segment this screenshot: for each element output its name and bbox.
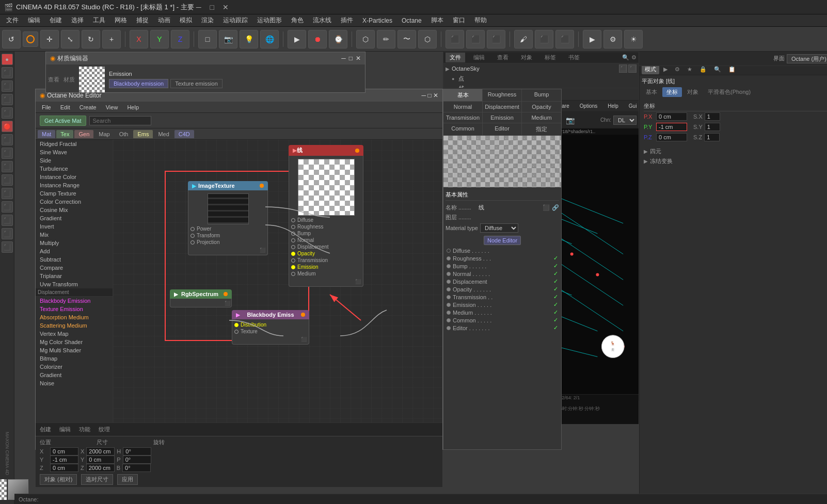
- list-item-bitmap[interactable]: Bitmap: [36, 354, 113, 363]
- left-icon-6[interactable]: 🔴: [2, 121, 13, 132]
- scene-tab-view[interactable]: 查看: [493, 53, 513, 62]
- blackbody-emission-node[interactable]: ▶ Blackbody Emiss Distribution: [232, 310, 309, 345]
- left-icon-9[interactable]: ⬛: [2, 161, 13, 172]
- obj-relative-btn[interactable]: 对象 (相对): [40, 474, 77, 485]
- ne-texture-btn[interactable]: 纹理: [97, 425, 112, 434]
- camera-btn[interactable]: 📷: [219, 30, 237, 48]
- mat-tab-opacity[interactable]: Opacity: [522, 102, 561, 112]
- mat-editor-close[interactable]: ✕: [356, 55, 361, 62]
- coord-py-input[interactable]: [656, 123, 687, 131]
- mat-tab-normal[interactable]: Normal: [443, 102, 483, 112]
- mat-tab-emission[interactable]: Emission: [483, 112, 522, 123]
- menu-help[interactable]: 帮助: [470, 15, 491, 26]
- menu-xparticles[interactable]: X-Particles: [358, 16, 396, 25]
- paint-btn[interactable]: 🖌: [514, 30, 533, 48]
- menu-window[interactable]: 窗口: [449, 15, 469, 26]
- x-axis-btn[interactable]: X: [130, 30, 148, 48]
- close-btn[interactable]: ✕: [221, 3, 230, 12]
- mat-editor-func[interactable]: 材质: [63, 76, 75, 84]
- viewport-btn[interactable]: ⬡: [356, 30, 375, 48]
- poly-btn[interactable]: ✏: [377, 30, 395, 48]
- props-tab-object[interactable]: 对象: [683, 87, 703, 97]
- scene-tab-bookmarks[interactable]: 书签: [564, 53, 584, 62]
- mat-thumb-1[interactable]: [0, 479, 7, 500]
- fit-size-btn[interactable]: 选对尺寸: [81, 474, 113, 485]
- select-btn[interactable]: ⬡: [418, 30, 437, 48]
- mat-type-select[interactable]: Diffuse Glossy Specular: [480, 223, 518, 233]
- fx-btn[interactable]: ⬛: [487, 30, 505, 48]
- tab-ems[interactable]: Ems: [133, 130, 153, 138]
- mat-tab-roughness[interactable]: Roughness: [483, 89, 522, 101]
- left-icon-5[interactable]: ⬛: [2, 107, 13, 119]
- size-x-input[interactable]: [86, 447, 115, 456]
- list-item-compare[interactable]: Compare: [36, 264, 113, 272]
- menu-motion-track[interactable]: 运动跟踪: [219, 15, 252, 26]
- list-item-turbulence[interactable]: Turbulence: [36, 165, 113, 173]
- mat-tab-displacement[interactable]: Displacement: [483, 102, 522, 112]
- list-item-cosine-mix[interactable]: Cosine Mix: [36, 206, 113, 214]
- list-item-uvw-transform[interactable]: Uvw Transform: [36, 280, 113, 288]
- list-item-noise[interactable]: Noise: [36, 379, 113, 387]
- props-tab-basic[interactable]: 基本: [642, 87, 661, 97]
- lv-menu-gui[interactable]: Gui: [625, 102, 641, 110]
- lv-menu-options[interactable]: Options: [576, 102, 601, 110]
- tab-mat[interactable]: Mat: [38, 130, 55, 138]
- lv-camera-icon[interactable]: 📷: [564, 115, 576, 126]
- prop-name-edit-btn[interactable]: ⬛: [543, 204, 550, 211]
- get-active-mat-btn[interactable]: Get Active Mat: [40, 116, 86, 126]
- move-btn[interactable]: ✛: [40, 30, 59, 48]
- ne-menu-edit[interactable]: Edit: [56, 103, 74, 111]
- lv-menu-help[interactable]: Help: [603, 102, 623, 110]
- ne-menu-create[interactable]: Create: [75, 103, 101, 111]
- menu-plugins[interactable]: 插件: [337, 15, 357, 26]
- menu-file[interactable]: 文件: [2, 15, 23, 26]
- pos-y-input[interactable]: [50, 456, 78, 464]
- blackbody-emission-btn[interactable]: Blackbody emission: [109, 79, 168, 88]
- left-icon-2[interactable]: ⬛: [2, 67, 13, 78]
- left-icon-10[interactable]: ⬛: [2, 174, 13, 186]
- props-gear-btn[interactable]: ⚙: [672, 65, 683, 74]
- pos-x-input[interactable]: [50, 447, 78, 456]
- list-item-invert[interactable]: Invert: [36, 222, 113, 231]
- list-item-texture-emission[interactable]: Texture Emission: [36, 305, 113, 313]
- list-item-triplanar[interactable]: Triplanar: [36, 272, 113, 280]
- scale-btn[interactable]: ⤡: [61, 30, 79, 48]
- mat-tab-medium[interactable]: Medium: [522, 112, 561, 123]
- xian-node[interactable]: ▶ 线 Diffuse: [289, 145, 363, 287]
- rgb-collapse-icon[interactable]: ▶: [174, 291, 178, 297]
- mat-tab-assign[interactable]: 指定: [522, 123, 561, 135]
- render-btn[interactable]: ▶: [583, 30, 601, 48]
- tab-gen[interactable]: Gen: [74, 130, 93, 138]
- list-item-color-correction[interactable]: Color Correction: [36, 198, 113, 206]
- menu-create[interactable]: 创建: [45, 15, 66, 26]
- list-item-gradient-2[interactable]: Gradient: [36, 371, 113, 379]
- left-icon-4[interactable]: ⬛: [2, 94, 13, 105]
- tab-tex[interactable]: Tex: [56, 130, 73, 138]
- node-editor-close[interactable]: ✕: [433, 92, 438, 99]
- props-lock-btn[interactable]: 🔒: [696, 65, 710, 74]
- pos-z-input[interactable]: [50, 464, 78, 472]
- list-item-add[interactable]: Add: [36, 247, 113, 255]
- left-icon-11[interactable]: ⬛: [2, 188, 13, 199]
- list-item-clamp-texture[interactable]: Clamp Texture: [36, 189, 113, 198]
- blackbody-collapse-icon[interactable]: ▶: [236, 312, 240, 318]
- left-icon-15[interactable]: ⬛: [2, 241, 13, 253]
- lv-chn-select[interactable]: DL: [613, 116, 637, 125]
- ne-menu-view[interactable]: View: [102, 103, 122, 111]
- octane-sky-expand[interactable]: ▶: [446, 66, 450, 72]
- texture-emission-btn[interactable]: Texture emission: [170, 79, 222, 88]
- scene-obj-octane-sky[interactable]: ▶ OctaneSky ⬛ ⬛: [443, 63, 639, 74]
- xian-collapse-icon[interactable]: ▶: [293, 148, 297, 153]
- node-editor-max[interactable]: □: [427, 92, 431, 99]
- blackbody-resize[interactable]: ⬛: [234, 336, 307, 342]
- props-tab-coords[interactable]: 坐标: [662, 87, 682, 97]
- rot-h-input[interactable]: [123, 447, 151, 456]
- rgb-spectrum-node[interactable]: ▶ RgbSpectrum ⬛: [170, 289, 232, 307]
- left-icon-1[interactable]: ●: [2, 54, 13, 65]
- node-canvas[interactable]: ▶ ImageTexture Power: [113, 140, 442, 422]
- size-z-input[interactable]: [86, 464, 115, 472]
- list-item-side[interactable]: Side: [36, 156, 113, 165]
- coord-pz-input[interactable]: [656, 133, 687, 141]
- ne-menu-file[interactable]: File: [38, 103, 55, 111]
- null-btn[interactable]: □: [198, 30, 217, 48]
